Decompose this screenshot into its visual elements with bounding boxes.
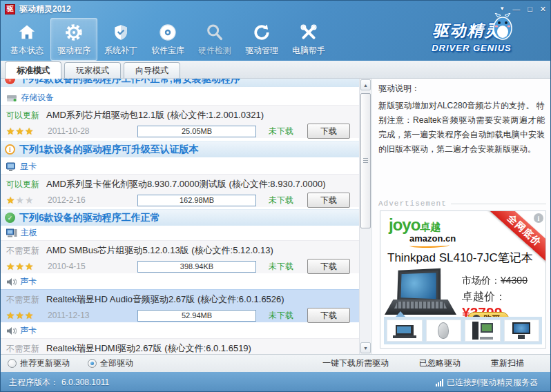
category-gpu: 显卡 <box>1 159 359 174</box>
radio-all-drivers[interactable]: 全部驱动 <box>88 357 133 369</box>
window-title: 驱动精灵2012 <box>19 3 71 15</box>
star-rating: ★★★ <box>6 126 48 137</box>
driver-description-title: 驱动说明： <box>378 83 545 95</box>
toolbar-item-basic-status[interactable]: 基本状态 <box>3 18 50 61</box>
brand-logo-en: DRIVER GENIUS <box>416 43 527 53</box>
download-button[interactable]: 下载 <box>307 308 350 323</box>
tab-wizard-mode[interactable]: 向导模式 <box>124 62 180 78</box>
toolbar-item-pc-helper[interactable]: 电脑帮手 <box>285 18 332 61</box>
download-size-box: 52.94MB <box>137 310 256 322</box>
home-icon <box>4 22 50 43</box>
main-toolbar: 基本状态 驱动程序 系统补丁 软件宝库 <box>3 18 332 61</box>
download-size-box: 25.05MB <box>137 126 256 137</box>
tools-icon <box>286 22 331 43</box>
thumbnail-mouse[interactable] <box>426 320 462 342</box>
driver-date: 2010-4-15 <box>48 262 137 271</box>
minimize-icon[interactable]: — <box>512 6 520 13</box>
category-audio-1: 声卡 <box>1 275 359 289</box>
toolbar-item-system-patch[interactable]: 系统补丁 <box>97 18 144 61</box>
row-status: 可以更新 <box>6 110 46 121</box>
speaker-icon <box>6 326 17 335</box>
filter-option-bar: 推荐更新驱动 全部驱动 一键下载所需驱动 已忽略驱动 重新扫描 <box>1 354 550 372</box>
category-audio-2: 声卡 <box>1 324 359 338</box>
toolbar-item-driver-manage[interactable]: 驱动管理 <box>238 18 285 61</box>
download-button[interactable]: 下载 <box>307 193 350 208</box>
toolbar-item-hardware-detect[interactable]: 硬件检测 <box>191 18 238 61</box>
statusbar: 主程序版本： 6.0.308.1011 已连接到驱动精灵服务器 <box>1 372 550 392</box>
tab-player-mode[interactable]: 玩家模式 <box>64 62 121 78</box>
scroll-down-icon[interactable]: ▼ <box>360 342 371 353</box>
driver-row-realtek-hd-audio[interactable]: 不需更新 Realtek瑞昱HD Audio音频驱动2.67版 (核心文件:6.… <box>1 289 359 322</box>
detail-panel: 驱动说明： 新版驱动增加对ALC280音频芯片的支持。 特别注意：Realtek… <box>371 79 551 354</box>
content-area: ↓ 下列2款设备的驱动程序工作不正常,请安装驱动程序 存储设备 可以更新 AMD… <box>1 79 551 354</box>
ad-info-icon[interactable]: i <box>534 213 543 223</box>
scroll-up-icon[interactable]: ▲ <box>360 79 371 90</box>
joyo-logo: joyo卓越 <box>389 215 441 235</box>
download-state: 未下载 <box>263 195 299 206</box>
amazon-smile-icon <box>409 243 450 248</box>
driver-row-amd-chipset[interactable]: 可以更新 AMD系列芯片组驱动包12.1版 (核心文件:1.2.001.0321… <box>1 105 359 138</box>
row-status: 不需更新 <box>6 343 46 355</box>
toolbar-item-software-library[interactable]: 软件宝库 <box>144 18 191 61</box>
driver-name: AMD系列芯片组驱动包12.1版 (核心文件:1.2.001.0321) <box>46 109 264 121</box>
download-state: 未下载 <box>263 310 299 322</box>
info-icon: i <box>5 144 15 155</box>
ad-market-price: 市场价：¥4300 <box>462 275 528 287</box>
advertisement-banner[interactable]: i 全网底价 joyo卓越 amazon.cn Thinkpad SL410-7… <box>380 210 546 349</box>
version-label: 主程序版本： <box>9 377 59 389</box>
maximize-icon[interactable]: □ <box>528 6 532 13</box>
amazon-logo: amazon.cn <box>409 233 456 244</box>
mascot-icon <box>491 13 514 43</box>
thumbnail-desktop-pc[interactable] <box>465 320 501 342</box>
driver-date: 2011-10-28 <box>48 126 137 136</box>
radio-icon <box>88 359 97 368</box>
thumbnail-laptop[interactable] <box>387 320 423 342</box>
dropdown-icon[interactable]: ▼ <box>499 6 505 12</box>
radio-icon <box>8 359 17 368</box>
row-status: 不需更新 <box>6 245 46 257</box>
driver-date: 2011-12-13 <box>48 311 137 320</box>
advertisement-label: Advertisement <box>378 199 546 208</box>
tab-standard-mode[interactable]: 标准模式 <box>5 61 61 79</box>
row-status: 可以更新 <box>6 179 46 190</box>
driver-date: 2012-2-16 <box>48 195 137 205</box>
driver-name: Realtek瑞昱HD Audio音频驱动2.67版 (核心文件:6.0.1.6… <box>46 293 284 306</box>
download-size-box: 398.94KB <box>137 261 256 273</box>
list-scrollbar[interactable]: ▲ ▼ <box>359 79 371 354</box>
link-ignored-drivers[interactable]: 已忽略驱动 <box>419 357 461 369</box>
disc-icon <box>145 22 191 43</box>
display-card-icon <box>6 162 17 172</box>
driver-row-smbus[interactable]: 不需更新 AMD SMBus芯片组驱动5.12.0.13版 (核心文件:5.12… <box>1 240 359 273</box>
download-state: 未下载 <box>263 261 299 273</box>
gear-icon <box>51 22 97 43</box>
download-button[interactable]: 下载 <box>307 124 350 139</box>
link-download-all-drivers[interactable]: 一键下载所需驱动 <box>322 357 389 369</box>
scrollbar-thumb[interactable] <box>360 93 371 228</box>
download-state: 未下载 <box>263 126 299 137</box>
mainboard-icon <box>6 228 17 238</box>
signal-bars-icon <box>436 379 443 386</box>
driver-row-amd-gpu[interactable]: 可以更新 AMD系列显卡催化剂驱动8.930.7.0000测试版 (核心文件:8… <box>1 174 359 207</box>
driver-list: ↓ 下列2款设备的驱动程序工作不正常,请安装驱动程序 存储设备 可以更新 AMD… <box>1 79 359 354</box>
star-rating: ★★★ <box>6 261 48 272</box>
radio-recommended-drivers[interactable]: 推荐更新驱动 <box>8 357 70 369</box>
section-header-abnormal-clipped: ↓ 下列2款设备的驱动程序工作不正常,请安装驱动程序 <box>1 79 359 88</box>
section-header-normal: ✓ 下列6款设备的驱动程序工作正常 <box>1 209 359 226</box>
toolbar-item-drivers[interactable]: 驱动程序 <box>50 18 97 61</box>
download-button[interactable]: 下载 <box>307 259 350 274</box>
ad-thumbnail-strip <box>384 317 542 344</box>
driver-name: AMD SMBus芯片组驱动5.12.0.13版 (核心文件:5.12.0.13… <box>46 244 273 257</box>
thumbnail-pointer-icon <box>396 311 405 317</box>
star-rating: ★★★ <box>6 310 48 321</box>
section-header-upgrade: i 下列1款设备的驱动程序可升级至认证版本 <box>1 141 359 157</box>
star-rating: ★★★ <box>6 195 48 206</box>
mode-tabbar: 标准模式 玩家模式 向导模式 <box>1 61 550 79</box>
version-value: 6.0.308.1011 <box>61 378 109 387</box>
refresh-icon <box>239 22 284 43</box>
driver-row-realtek-hdmi[interactable]: 不需更新 Realtek瑞昱HDMI驱动2.67版 (核心文件:6.0.1.65… <box>1 338 359 354</box>
titlebar: 驱 驱动精灵2012 ▼ — □ ✕ <box>1 1 550 17</box>
link-rescan[interactable]: 重新扫描 <box>491 357 524 369</box>
thumbnail-monitor[interactable] <box>504 320 540 342</box>
close-icon[interactable]: ✕ <box>540 6 546 13</box>
app-icon: 驱 <box>5 4 15 14</box>
